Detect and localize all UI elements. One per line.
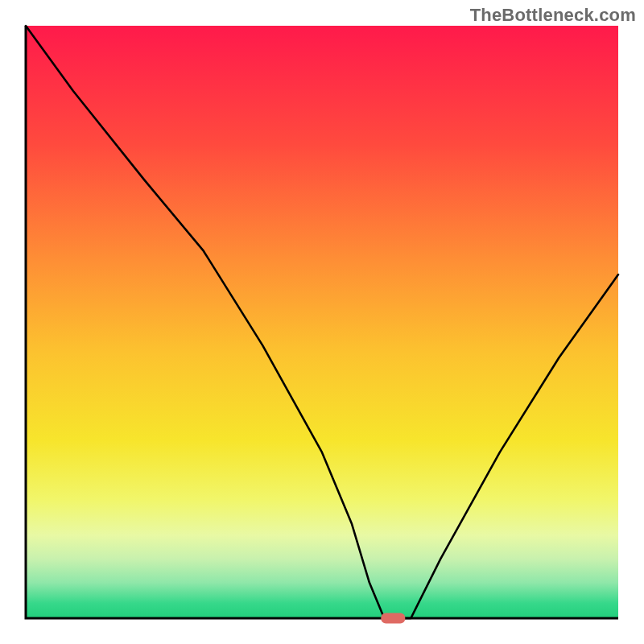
optimal-marker	[381, 613, 405, 624]
watermark-text: TheBottleneck.com	[470, 5, 636, 26]
chart-container: TheBottleneck.com	[0, 0, 644, 644]
plot-background	[26, 26, 618, 618]
bottleneck-chart	[0, 0, 644, 644]
